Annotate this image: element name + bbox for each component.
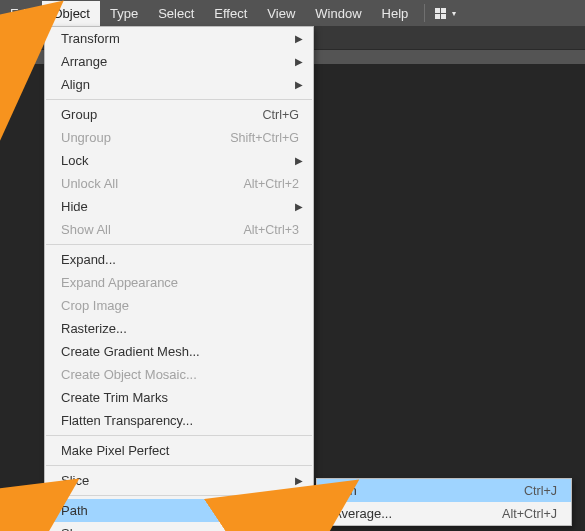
- mi-show-all: Show AllAlt+Ctrl+3: [45, 218, 313, 241]
- menu-view[interactable]: View: [257, 1, 305, 26]
- object-menu: Transform▶ Arrange▶ Align▶ GroupCtrl+G U…: [44, 26, 314, 531]
- mi-expand-appearance: Expand Appearance: [45, 271, 313, 294]
- mi-align[interactable]: Align▶: [45, 73, 313, 96]
- mi-expand[interactable]: Expand...: [45, 248, 313, 271]
- submenu-arrow-icon: ▶: [295, 56, 303, 67]
- mi-create-gradient-mesh[interactable]: Create Gradient Mesh...: [45, 340, 313, 363]
- mi-create-object-mosaic: Create Object Mosaic...: [45, 363, 313, 386]
- mi-create-trim-marks[interactable]: Create Trim Marks: [45, 386, 313, 409]
- mi-rasterize[interactable]: Rasterize...: [45, 317, 313, 340]
- shortcut-text: Alt+Ctrl+3: [243, 223, 299, 237]
- submi-join[interactable]: JoinCtrl+J: [317, 479, 571, 502]
- mi-ungroup: UngroupShift+Ctrl+G: [45, 126, 313, 149]
- mi-shape[interactable]: Shape▶: [45, 522, 313, 531]
- shortcut-text: Alt+Ctrl+2: [243, 177, 299, 191]
- mi-flatten-transparency[interactable]: Flatten Transparency...: [45, 409, 313, 432]
- submenu-arrow-icon: ▶: [295, 33, 303, 44]
- menu-edit[interactable]: Edit: [0, 1, 42, 26]
- shortcut-text: Shift+Ctrl+G: [230, 131, 299, 145]
- mi-unlock-all: Unlock AllAlt+Ctrl+2: [45, 172, 313, 195]
- menu-separator: [46, 244, 312, 245]
- menu-window[interactable]: Window: [305, 1, 371, 26]
- mi-make-pixel-perfect[interactable]: Make Pixel Perfect: [45, 439, 313, 462]
- menu-separator: [46, 435, 312, 436]
- chevron-down-icon: ▾: [452, 9, 456, 18]
- grid-icon: [435, 8, 446, 19]
- menu-separator: [46, 465, 312, 466]
- mi-lock[interactable]: Lock▶: [45, 149, 313, 172]
- submenu-arrow-icon: ▶: [295, 79, 303, 90]
- mi-group[interactable]: GroupCtrl+G: [45, 103, 313, 126]
- mi-slice[interactable]: Slice▶: [45, 469, 313, 492]
- menu-help[interactable]: Help: [372, 1, 419, 26]
- shortcut-text: Ctrl+J: [524, 484, 557, 498]
- menu-effect[interactable]: Effect: [204, 1, 257, 26]
- shortcut-text: Ctrl+G: [263, 108, 299, 122]
- submenu-arrow-icon: ▶: [295, 155, 303, 166]
- zoom-level-text: @ 75.: [8, 31, 40, 45]
- submenu-arrow-icon: ▶: [295, 475, 303, 486]
- mi-transform[interactable]: Transform▶: [45, 27, 313, 50]
- shortcut-text: Alt+Ctrl+J: [502, 507, 557, 521]
- mi-path[interactable]: Path▶: [45, 499, 313, 522]
- menu-separator: [46, 495, 312, 496]
- workspace-switcher[interactable]: ▾: [431, 8, 460, 19]
- submenu-arrow-icon: ▶: [295, 505, 303, 516]
- submenu-arrow-icon: ▶: [295, 201, 303, 212]
- mi-hide[interactable]: Hide▶: [45, 195, 313, 218]
- menu-select[interactable]: Select: [148, 1, 204, 26]
- menu-type[interactable]: Type: [100, 1, 148, 26]
- menu-separator: [46, 99, 312, 100]
- mi-crop-image: Crop Image: [45, 294, 313, 317]
- mi-arrange[interactable]: Arrange▶: [45, 50, 313, 73]
- submi-average[interactable]: Average...Alt+Ctrl+J: [317, 502, 571, 525]
- menu-object[interactable]: Object: [42, 1, 100, 26]
- path-submenu: JoinCtrl+J Average...Alt+Ctrl+J: [316, 478, 572, 526]
- menu-bar: Edit Object Type Select Effect View Wind…: [0, 0, 585, 26]
- menu-separator: [424, 4, 425, 22]
